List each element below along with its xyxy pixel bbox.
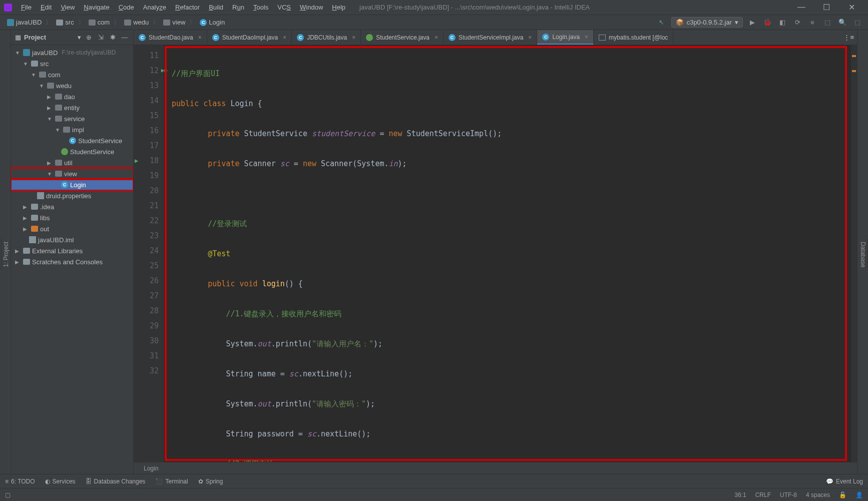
menu-navigate[interactable]: Navigate [80,2,113,13]
menu-code[interactable]: Code [115,2,138,13]
menu-vcs[interactable]: VCS [273,2,295,13]
tree-impl[interactable]: ▼impl [11,124,133,135]
menu-analyze[interactable]: Analyze [139,2,170,13]
status-eol[interactable]: CRLF [755,491,771,498]
crumb-login[interactable]: CLogin [198,18,227,27]
tab-studentservice[interactable]: StudentService.java× [361,30,444,45]
close-button[interactable]: ✕ [844,3,859,12]
table-icon [599,35,606,41]
menu-run[interactable]: Run [228,2,248,13]
package-icon [63,127,70,133]
status-encoding[interactable]: UTF-8 [780,491,797,498]
package-icon [124,20,131,26]
hide-icon[interactable]: — [120,34,129,41]
close-icon[interactable]: × [435,34,438,41]
close-icon[interactable]: × [198,34,202,41]
search-button[interactable]: 🔍 [837,17,848,28]
project-tree: ▼javaUBDF:\re-study\javaUBD ▼src ▼com ▼w… [11,45,133,474]
lock-icon[interactable]: 🔓 [839,491,846,498]
close-icon[interactable]: × [585,34,588,41]
tree-studentserviceimpl[interactable]: CStudentService [11,135,133,146]
tool-todo[interactable]: ≡6: TODO [5,478,35,485]
tree-view[interactable]: ▼view [11,168,133,179]
expand-all-icon[interactable]: ⇲ [96,34,105,41]
tree-com[interactable]: ▼com [11,69,133,80]
code-editor[interactable]: 11 ▶▶12 13 14 15 16 17 ▶18 19 20 21 22 2… [134,45,857,462]
crumb-project[interactable]: javaUBD [5,18,44,27]
sidetab-project[interactable]: 1: Project [1,239,11,270]
class-icon: C [212,34,219,41]
tree-dao[interactable]: ▶dao [11,91,133,102]
tab-studentserviceimpl[interactable]: CStudentServiceImpl.java× [444,30,537,45]
crumb-com[interactable]: com [87,18,112,27]
menu-build[interactable]: Build [205,2,227,13]
coverage-button[interactable]: ◧ [777,17,788,28]
tab-mybatis-student[interactable]: mybatis.student [@loc [594,30,673,45]
close-icon[interactable]: × [352,34,355,41]
chevron-down-icon[interactable]: ▾ [78,34,81,41]
build-button[interactable]: ↖ [656,17,667,28]
tree-root[interactable]: ▼javaUBDF:\re-study\javaUBD [11,47,133,58]
tree-wedu[interactable]: ▼wedu [11,80,133,91]
tool-spring[interactable]: ✿Spring [198,478,223,485]
crumb-wedu[interactable]: wedu [122,18,151,27]
menu-help[interactable]: Help [328,2,349,13]
run-config-dropdown[interactable]: 📦 c3p0-0.9.5.2.jar ▾ [671,17,743,28]
menu-file[interactable]: File [17,2,36,13]
tree-libs[interactable]: ▶libs [11,212,133,223]
tree-scratches[interactable]: ▶Scratches and Consoles [11,256,133,267]
vcs-update-button[interactable]: ⬚ [822,17,833,28]
structure-button[interactable]: ⬚ [852,17,863,28]
tool-terminal[interactable]: ⬛Terminal [155,478,188,485]
stop-button[interactable]: ■ [807,17,818,28]
inspection-icon[interactable]: 👤 [855,491,863,498]
menu-refactor[interactable]: Refactor [171,2,204,13]
code-content[interactable]: //用户界面UI public class Login { private St… [165,46,847,461]
menu-edit[interactable]: Edit [37,2,56,13]
debug-button[interactable]: 🐞 [762,17,773,28]
status-indent[interactable]: 4 spaces [806,491,830,498]
module-icon [23,49,30,56]
tree-src[interactable]: ▼src [11,58,133,69]
tree-idea[interactable]: ▶.idea [11,201,133,212]
crumb-view[interactable]: view [161,18,187,27]
tab-studentdaoimpl[interactable]: CStudentDaoImpl.java× [207,30,292,45]
tree-util[interactable]: ▶util [11,157,133,168]
crumb-src[interactable]: src [54,18,76,27]
close-icon[interactable]: × [528,34,532,41]
select-opened-icon[interactable]: ⊕ [84,34,93,41]
status-position[interactable]: 36:1 [734,491,746,498]
package-icon [55,94,62,100]
spring-icon: ✿ [198,478,203,485]
run-test-icon[interactable]: ▶ [135,153,138,168]
minimize-button[interactable]: — [794,3,809,12]
gear-icon[interactable]: ✱ [108,34,117,41]
menu-view[interactable]: View [57,2,79,13]
tool-services[interactable]: ◐Services [45,478,76,485]
close-icon[interactable]: × [283,34,286,41]
class-icon: C [449,34,456,41]
status-icon[interactable]: ▢ [5,491,11,498]
tree-iml[interactable]: javaUBD.iml [11,234,133,245]
menu-tools[interactable]: Tools [249,2,272,13]
run-button[interactable]: ▶ [747,17,758,28]
tree-druid[interactable]: druid.properties [11,190,133,201]
editor-tabs: CStudentDao.java× CStudentDaoImpl.java× … [134,30,857,45]
profile-button[interactable]: ⟳ [792,17,803,28]
tab-login[interactable]: CLogin.java× [537,30,594,45]
tool-database-changes[interactable]: 🗄Database Changes [86,478,146,485]
sidetab-database[interactable]: Database [858,239,868,270]
error-stripe[interactable] [851,45,857,462]
tabs-overflow-icon[interactable]: ⋮≡ [840,30,857,45]
tree-extlib[interactable]: ▶External Libraries [11,245,133,256]
tab-jdbcutils[interactable]: CJDBCUtils.java× [292,30,361,45]
tree-out[interactable]: ▶out [11,223,133,234]
tree-studentservice[interactable]: StudentService [11,146,133,157]
maximize-button[interactable]: ☐ [819,3,834,12]
tree-service[interactable]: ▼service [11,113,133,124]
menu-window[interactable]: Window [296,2,327,13]
tab-studentdao[interactable]: CStudentDao.java× [134,30,207,45]
tree-entity[interactable]: ▶entity [11,102,133,113]
tool-event-log[interactable]: 💬Event Log [826,478,863,485]
tree-login[interactable]: CLogin [11,179,133,190]
